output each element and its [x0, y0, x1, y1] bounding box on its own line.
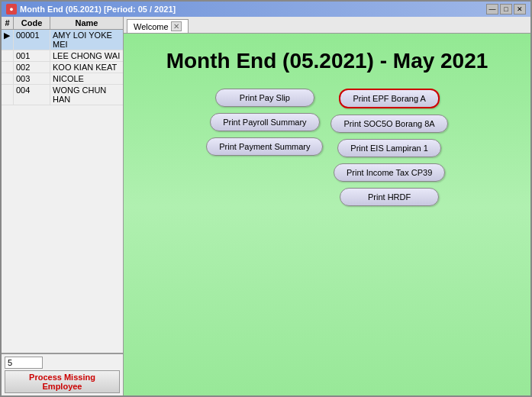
title-bar-left: ● Month End (05.2021) [Period: 05 / 2021…: [6, 4, 176, 15]
table-row[interactable]: 004 WONG CHUN HAN: [2, 85, 123, 105]
right-button-column: Print EPF Borang APrint SOC5O Borang 8AP…: [330, 89, 447, 206]
row-name: AMY LOI YOKE MEI: [50, 30, 123, 50]
row-name: LEE CHONG WAI: [50, 50, 123, 61]
print-eis-lampiran-1-button[interactable]: Print EIS Lampiran 1: [337, 139, 441, 157]
table-row[interactable]: 003 NICOLE: [2, 73, 123, 85]
tab-label: Welcome: [134, 22, 169, 31]
row-code: 001: [14, 50, 50, 61]
employee-table: ▶ 00001 AMY LOI YOKE MEI 001 LEE CHONG W…: [2, 30, 123, 353]
title-bar: ● Month End (05.2021) [Period: 05 / 2021…: [2, 2, 530, 17]
process-missing-employee-button[interactable]: Process Missing Employee: [5, 370, 120, 393]
minimize-button[interactable]: —: [486, 4, 498, 15]
print-income-tax-button[interactable]: Print Income Tax CP39: [334, 163, 445, 182]
row-arrow: [2, 73, 14, 84]
tab-close-button[interactable]: ✕: [171, 21, 182, 31]
row-name: WONG CHUN HAN: [50, 85, 123, 105]
table-row[interactable]: 001 LEE CHONG WAI: [2, 50, 123, 62]
row-arrow: [2, 85, 14, 105]
col-code-header: Code: [14, 17, 50, 29]
content-area: Month End (05.2021) - May 2021 Print Pay…: [124, 34, 530, 395]
row-code: 002: [14, 62, 50, 73]
table-header: # Code Name: [2, 17, 123, 30]
row-arrow: [2, 62, 14, 73]
tab-bar: Welcome ✕: [124, 17, 530, 34]
row-code: 004: [14, 85, 50, 105]
print-hrdf-button[interactable]: Print HRDF: [340, 188, 439, 206]
row-name: NICOLE: [50, 73, 123, 84]
main-area: # Code Name ▶ 00001 AMY LOI YOKE MEI 001…: [2, 17, 530, 395]
print-payroll-summary-button[interactable]: Print Payroll Summary: [210, 113, 319, 131]
print-socso-borang-8a-button[interactable]: Print SOC5O Borang 8A: [330, 115, 447, 133]
row-code: 00001: [14, 30, 50, 50]
col-hash-header: #: [2, 17, 14, 29]
table-row[interactable]: 002 KOO KIAN KEAT: [2, 62, 123, 73]
welcome-tab[interactable]: Welcome ✕: [127, 19, 189, 33]
left-button-column: Print Pay SlipPrint Payroll SummaryPrint…: [206, 89, 323, 206]
bottom-bar: Process Missing Employee: [2, 353, 123, 395]
row-arrow: ▶: [2, 30, 14, 50]
print-payment-summary-button[interactable]: Print Payment Summary: [206, 137, 323, 156]
page-title: Month End (05.2021) - May 2021: [166, 49, 488, 73]
app-icon: ●: [6, 4, 17, 15]
right-panel: Welcome ✕ Month End (05.2021) - May 2021…: [124, 17, 530, 395]
row-name: KOO KIAN KEAT: [50, 62, 123, 73]
row-code: 003: [14, 73, 50, 84]
main-window: ● Month End (05.2021) [Period: 05 / 2021…: [0, 0, 532, 397]
print-pay-slip-button[interactable]: Print Pay Slip: [215, 89, 314, 107]
col-name-header: Name: [50, 17, 123, 29]
window-title: Month End (05.2021) [Period: 05 / 2021]: [20, 5, 176, 14]
left-panel: # Code Name ▶ 00001 AMY LOI YOKE MEI 001…: [2, 17, 124, 395]
table-row[interactable]: ▶ 00001 AMY LOI YOKE MEI: [2, 30, 123, 50]
close-button[interactable]: ✕: [514, 4, 526, 15]
row-arrow: [2, 50, 14, 61]
record-count-input[interactable]: [5, 357, 43, 369]
print-epf-borang-a-button[interactable]: Print EPF Borang A: [339, 89, 439, 108]
title-controls: — □ ✕: [486, 4, 526, 15]
buttons-container: Print Pay SlipPrint Payroll SummaryPrint…: [206, 89, 447, 206]
maximize-button[interactable]: □: [500, 4, 512, 15]
